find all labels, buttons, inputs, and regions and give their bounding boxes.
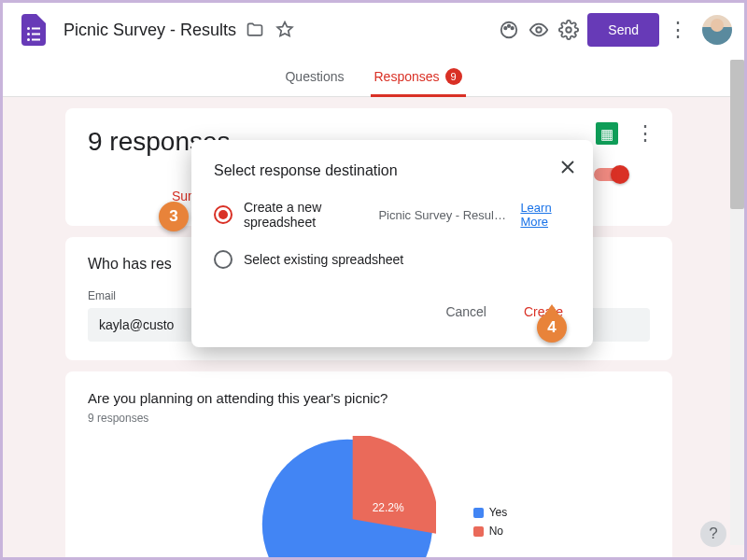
svg-rect-3: [32, 34, 40, 35]
legend-swatch-no: [473, 526, 484, 537]
responses-count-badge: 9: [445, 68, 462, 85]
legend-item-yes: Yes: [473, 506, 508, 519]
svg-rect-1: [32, 28, 40, 30]
document-title[interactable]: Picnic Survey - Results: [63, 21, 236, 40]
create-spreadsheet-icon[interactable]: ▦: [596, 122, 618, 145]
legend-item-no: No: [473, 525, 508, 538]
legend-swatch-yes: [473, 508, 484, 518]
svg-rect-2: [27, 33, 30, 35]
svg-point-7: [504, 27, 506, 29]
new-sheet-name: Picnic Survey - Results (Resp…: [378, 208, 509, 222]
modal-cancel-button[interactable]: Cancel: [438, 299, 494, 325]
modal-title: Select response destination: [214, 162, 571, 179]
palette-icon[interactable]: [498, 19, 520, 41]
star-icon[interactable]: [274, 19, 296, 41]
forms-logo[interactable]: [15, 11, 52, 49]
svg-rect-0: [27, 27, 30, 30]
responses-more-icon[interactable]: ⋮: [635, 121, 655, 146]
legend-label-no: No: [489, 525, 503, 538]
radio-label-new: Create a new spreadsheet: [244, 200, 367, 230]
step-callout-3: 3: [159, 202, 189, 231]
tab-responses[interactable]: Responses 9: [371, 59, 466, 97]
svg-point-9: [512, 27, 514, 29]
chart-card: Are you planning on attending this year'…: [65, 371, 672, 560]
send-button[interactable]: Send: [587, 13, 659, 47]
step-callout-4: 4: [537, 313, 567, 343]
main-tabs: Questions Responses 9: [0, 60, 747, 97]
svg-point-10: [537, 27, 543, 33]
radio-icon-unselected: [214, 250, 233, 269]
help-button[interactable]: ?: [700, 521, 726, 547]
account-avatar[interactable]: [702, 15, 732, 45]
response-destination-modal: Select response destination Create a new…: [191, 140, 593, 347]
tab-responses-label: Responses: [374, 69, 440, 84]
svg-rect-5: [32, 39, 40, 41]
radio-icon-selected: [214, 205, 233, 224]
radio-label-existing: Select existing spreadsheet: [244, 252, 403, 267]
chart-response-count: 9 responses: [88, 412, 650, 425]
chart-question: Are you planning on attending this year'…: [88, 390, 650, 406]
learn-more-link[interactable]: Learn More: [520, 201, 571, 229]
tab-questions[interactable]: Questions: [281, 60, 347, 96]
pie-chart: 22.2% 77.8%: [259, 436, 436, 560]
radio-option-existing[interactable]: Select existing spreadsheet: [214, 250, 571, 269]
folder-icon[interactable]: [244, 19, 266, 41]
accepting-responses-toggle[interactable]: [594, 168, 627, 181]
close-icon: [559, 159, 576, 175]
app-header: Picnic Survey - Results Send ⋮: [0, 0, 747, 60]
svg-point-11: [567, 27, 572, 33]
more-vert-icon[interactable]: ⋮: [667, 19, 689, 41]
settings-icon[interactable]: [557, 19, 580, 41]
svg-rect-4: [27, 38, 30, 41]
chart-legend: Yes No: [473, 506, 508, 543]
pie-label-no: 22.2%: [373, 501, 404, 514]
legend-label-yes: Yes: [489, 506, 508, 519]
svg-point-8: [508, 25, 510, 27]
radio-option-new[interactable]: Create a new spreadsheet Picnic Survey -…: [214, 200, 571, 230]
preview-icon[interactable]: [528, 19, 550, 41]
modal-close-button[interactable]: [559, 157, 576, 181]
